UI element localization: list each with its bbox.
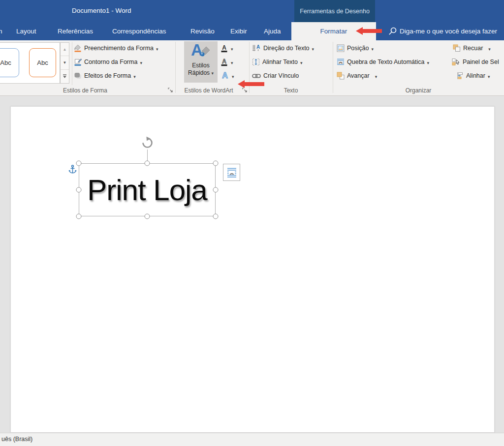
annotation-arrow-wordart — [245, 82, 264, 86]
layout-options-button[interactable] — [223, 164, 240, 181]
shape-fill-label: Preenchimento da Forma — [84, 45, 154, 52]
resize-handle-top-left[interactable] — [76, 161, 82, 166]
group-label-shape-styles: Estilos de Forma — [0, 87, 170, 95]
resize-handle-middle-left[interactable] — [76, 187, 82, 193]
quick-styles-label-line1: Estilos — [192, 62, 209, 69]
tab-layout[interactable]: Layout — [16, 22, 36, 40]
tab-exibir[interactable]: Exibir — [230, 22, 247, 40]
dropdown-caret-icon — [211, 69, 214, 76]
text-fill-icon: A — [220, 44, 228, 53]
resize-handle-bottom-right[interactable] — [213, 214, 219, 219]
dropdown-caret-icon — [231, 44, 233, 53]
shape-outline-button[interactable]: Contorno da Forma — [74, 57, 142, 67]
position-button[interactable]: Posição — [337, 43, 374, 53]
resize-handle-bottom-center[interactable] — [145, 214, 150, 219]
tab-partial[interactable]: n — [0, 22, 2, 40]
tab-revisao[interactable]: Revisão — [190, 22, 215, 40]
dropdown-caret-icon — [300, 58, 303, 66]
text-direction-button[interactable]: A Direção do Texto — [252, 43, 314, 53]
selection-bounding-box — [79, 163, 216, 216]
svg-text:A: A — [222, 71, 228, 80]
send-backward-button[interactable]: Recuar — [453, 43, 491, 53]
wrap-text-icon — [337, 58, 345, 66]
shape-style-preset-label: Abc — [37, 59, 48, 66]
shape-effects-label: Efeitos de Forma — [84, 72, 131, 79]
document-title: Documento1 - Word — [72, 0, 131, 22]
annotation-arrow-formatar — [363, 29, 382, 33]
bring-forward-label: Avançar — [347, 72, 370, 79]
align-text-button[interactable]: Alinhar Texto — [252, 57, 303, 67]
title-bar: Documento1 - Word Ferramentas de Desenho — [0, 0, 504, 22]
selection-pane-button[interactable]: Painel de Sel — [452, 57, 499, 67]
selection-pane-label: Painel de Sel — [463, 59, 499, 65]
wordart-quick-styles-icon: A — [190, 42, 212, 62]
text-direction-icon: A — [252, 44, 261, 52]
bring-forward-button[interactable]: Avançar — [337, 71, 377, 81]
gallery-scroll-down-icon[interactable]: ▼ — [61, 56, 69, 69]
document-page[interactable] — [10, 106, 495, 433]
link-icon — [252, 73, 261, 79]
document-area — [0, 96, 504, 433]
word-window: Documento1 - Word Ferramentas de Desenho… — [0, 0, 504, 446]
group-separator — [333, 42, 333, 93]
svg-text:A: A — [222, 58, 226, 65]
dropdown-caret-icon — [156, 44, 158, 53]
align-objects-button[interactable]: Alinhar — [456, 71, 490, 81]
text-outline-button[interactable]: A — [220, 57, 233, 67]
group-label-text: Texto — [249, 87, 333, 95]
tab-referencias[interactable]: Referências — [58, 22, 93, 40]
tab-formatar-label: Formatar — [320, 28, 347, 35]
create-link-label: Criar Vínculo — [263, 72, 299, 79]
wrap-text-button[interactable]: Quebra de Texto Automática — [337, 57, 429, 67]
shape-style-preset-1[interactable]: Abc — [0, 48, 19, 77]
shape-fill-icon — [74, 44, 82, 52]
wrap-text-label: Quebra de Texto Automática — [347, 59, 425, 65]
rotation-handle-icon[interactable] — [141, 136, 154, 149]
dropdown-caret-icon — [133, 71, 136, 80]
shape-fill-button[interactable]: Preenchimento da Forma — [74, 43, 158, 53]
ribbon-tab-bar: n Layout Referências Correspondências Re… — [0, 22, 504, 40]
resize-handle-top-right[interactable] — [213, 161, 219, 166]
shape-effects-icon — [74, 72, 82, 80]
dialog-launcher-icon[interactable] — [168, 88, 174, 93]
svg-text:A: A — [256, 44, 260, 50]
group-separator — [175, 42, 176, 93]
paintbrush-icon — [200, 46, 211, 58]
align-text-icon — [252, 58, 260, 66]
shape-style-preset-2[interactable]: Abc — [29, 48, 56, 77]
text-effects-button[interactable]: A — [220, 71, 234, 81]
tell-me-search-box[interactable]: Diga-me o que você deseja fazer — [400, 22, 497, 40]
ribbon: Abc Abc ▲ ▼ Preenchimento da Forma Conto — [0, 40, 504, 96]
shape-style-gallery: Abc Abc — [0, 42, 60, 84]
gallery-more-icon[interactable] — [61, 70, 69, 83]
position-label: Posição — [347, 45, 369, 52]
quick-styles-label-line2: Rápidos — [188, 69, 214, 77]
resize-handle-top-center[interactable] — [145, 161, 150, 166]
gallery-scroll-up-icon[interactable]: ▲ — [61, 43, 69, 56]
contextual-tab-group-label: Ferramentas de Desenho — [300, 8, 370, 15]
rotation-handle-stem — [147, 149, 148, 161]
dropdown-caret-icon — [488, 44, 491, 53]
layout-options-icon — [226, 167, 237, 178]
dropdown-caret-icon — [231, 58, 233, 66]
group-label-arrange: Organizar — [333, 87, 504, 95]
create-link-button[interactable]: Criar Vínculo — [252, 71, 299, 81]
resize-handle-bottom-left[interactable] — [76, 214, 82, 219]
search-icon — [388, 27, 397, 36]
language-status[interactable]: uês (Brasil) — [1, 433, 32, 446]
resize-handle-middle-right[interactable] — [213, 187, 219, 193]
shape-outline-icon — [74, 58, 82, 66]
dialog-launcher-icon[interactable] — [242, 88, 248, 93]
dropdown-caret-icon — [140, 58, 142, 66]
dropdown-caret-icon — [488, 71, 490, 80]
shape-style-preset-label: Abc — [0, 59, 11, 66]
text-fill-button[interactable]: A — [220, 43, 233, 53]
shape-outline-label: Contorno da Forma — [84, 59, 137, 65]
shape-effects-button[interactable]: Efeitos de Forma — [74, 71, 136, 81]
tab-correspondencias[interactable]: Correspondências — [112, 22, 166, 40]
wordart-quick-styles-button[interactable]: A Estilos Rápidos — [184, 41, 218, 83]
dropdown-caret-icon — [371, 44, 374, 53]
send-backward-icon — [453, 44, 461, 52]
text-outline-icon: A — [220, 58, 228, 66]
tab-ajuda[interactable]: Ajuda — [264, 22, 281, 40]
